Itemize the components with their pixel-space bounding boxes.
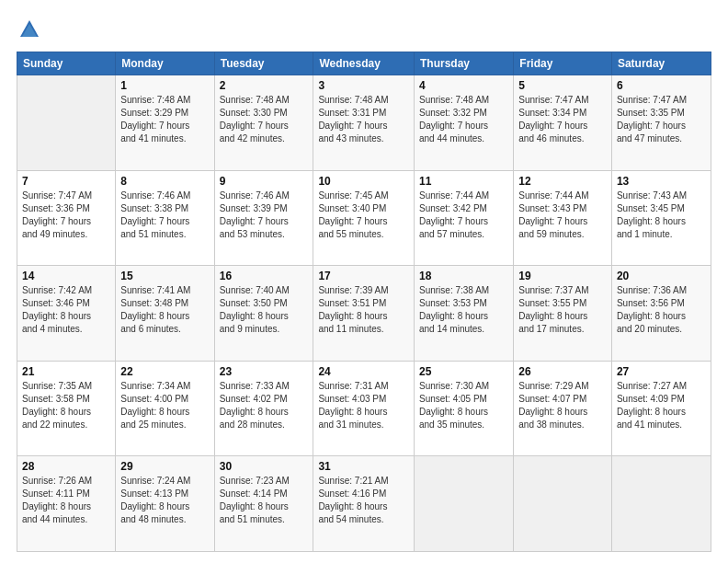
day-info: Sunrise: 7:26 AMSunset: 4:11 PMDaylight:…: [22, 475, 110, 526]
day-info: Sunrise: 7:46 AMSunset: 3:38 PMDaylight:…: [120, 190, 209, 241]
day-info: Sunrise: 7:44 AMSunset: 3:42 PMDaylight:…: [419, 190, 508, 241]
day-number: 18: [419, 270, 508, 282]
day-cell: [414, 456, 513, 552]
day-cell: 12Sunrise: 7:44 AMSunset: 3:43 PMDayligh…: [514, 170, 612, 266]
day-cell: 25Sunrise: 7:30 AMSunset: 4:05 PMDayligh…: [414, 361, 513, 456]
day-number: 16: [220, 270, 309, 282]
day-header-sunday: Sunday: [17, 52, 116, 75]
day-cell: 24Sunrise: 7:31 AMSunset: 4:03 PMDayligh…: [313, 361, 415, 456]
day-number: 1: [120, 79, 209, 92]
day-info: Sunrise: 7:38 AMSunset: 3:53 PMDaylight:…: [419, 284, 508, 336]
day-number: 20: [617, 270, 706, 282]
day-cell: 19Sunrise: 7:37 AMSunset: 3:55 PMDayligh…: [514, 266, 612, 362]
day-info: Sunrise: 7:45 AMSunset: 3:40 PMDaylight:…: [318, 190, 409, 241]
week-row-2: 14Sunrise: 7:42 AMSunset: 3:46 PMDayligh…: [17, 266, 711, 362]
day-info: Sunrise: 7:48 AMSunset: 3:32 PMDaylight:…: [419, 94, 508, 145]
week-row-3: 21Sunrise: 7:35 AMSunset: 3:58 PMDayligh…: [17, 361, 711, 456]
day-header-friday: Friday: [514, 52, 612, 75]
day-info: Sunrise: 7:48 AMSunset: 3:29 PMDaylight:…: [120, 94, 209, 145]
day-number: 21: [22, 365, 110, 378]
day-info: Sunrise: 7:41 AMSunset: 3:48 PMDaylight:…: [120, 284, 209, 336]
day-cell: 7Sunrise: 7:47 AMSunset: 3:36 PMDaylight…: [17, 170, 116, 266]
day-number: 10: [318, 175, 409, 188]
day-number: 19: [518, 270, 607, 282]
day-info: Sunrise: 7:37 AMSunset: 3:55 PMDaylight:…: [518, 284, 607, 336]
day-number: 7: [22, 175, 110, 188]
day-cell: 31Sunrise: 7:21 AMSunset: 4:16 PMDayligh…: [313, 456, 415, 552]
day-number: 13: [617, 175, 706, 188]
day-info: Sunrise: 7:42 AMSunset: 3:46 PMDaylight:…: [22, 284, 110, 336]
day-number: 6: [617, 79, 706, 92]
day-info: Sunrise: 7:33 AMSunset: 4:02 PMDaylight:…: [220, 380, 309, 431]
header-row: SundayMondayTuesdayWednesdayThursdayFrid…: [17, 52, 711, 75]
day-cell: [17, 75, 116, 171]
day-cell: 6Sunrise: 7:47 AMSunset: 3:35 PMDaylight…: [611, 75, 711, 171]
day-info: Sunrise: 7:36 AMSunset: 3:56 PMDaylight:…: [617, 284, 706, 336]
day-info: Sunrise: 7:44 AMSunset: 3:43 PMDaylight:…: [518, 190, 607, 241]
day-cell: 27Sunrise: 7:27 AMSunset: 4:09 PMDayligh…: [611, 361, 711, 456]
day-info: Sunrise: 7:27 AMSunset: 4:09 PMDaylight:…: [617, 380, 706, 431]
day-info: Sunrise: 7:29 AMSunset: 4:07 PMDaylight:…: [518, 380, 607, 431]
day-header-monday: Monday: [116, 52, 214, 75]
day-number: 25: [419, 365, 508, 378]
day-cell: 15Sunrise: 7:41 AMSunset: 3:48 PMDayligh…: [116, 266, 214, 362]
day-info: Sunrise: 7:35 AMSunset: 3:58 PMDaylight:…: [22, 380, 110, 431]
day-cell: 28Sunrise: 7:26 AMSunset: 4:11 PMDayligh…: [17, 456, 116, 552]
day-cell: 4Sunrise: 7:48 AMSunset: 3:32 PMDaylight…: [414, 75, 513, 171]
calendar-body: 1Sunrise: 7:48 AMSunset: 3:29 PMDaylight…: [17, 75, 711, 552]
day-info: Sunrise: 7:39 AMSunset: 3:51 PMDaylight:…: [318, 284, 409, 336]
day-info: Sunrise: 7:47 AMSunset: 3:36 PMDaylight:…: [22, 190, 110, 241]
day-header-tuesday: Tuesday: [214, 52, 313, 75]
logo-icon: [17, 17, 42, 42]
day-number: 5: [518, 79, 607, 92]
day-cell: 13Sunrise: 7:43 AMSunset: 3:45 PMDayligh…: [611, 170, 711, 266]
day-cell: 29Sunrise: 7:24 AMSunset: 4:13 PMDayligh…: [116, 456, 214, 552]
day-cell: 18Sunrise: 7:38 AMSunset: 3:53 PMDayligh…: [414, 266, 513, 362]
day-cell: 17Sunrise: 7:39 AMSunset: 3:51 PMDayligh…: [313, 266, 415, 362]
day-cell: 10Sunrise: 7:45 AMSunset: 3:40 PMDayligh…: [313, 170, 415, 266]
day-cell: 21Sunrise: 7:35 AMSunset: 3:58 PMDayligh…: [17, 361, 116, 456]
day-number: 17: [318, 270, 409, 282]
day-number: 3: [318, 79, 409, 92]
day-number: 2: [220, 79, 309, 92]
calendar: SundayMondayTuesdayWednesdayThursdayFrid…: [17, 52, 711, 552]
day-info: Sunrise: 7:31 AMSunset: 4:03 PMDaylight:…: [318, 380, 409, 431]
day-cell: 5Sunrise: 7:47 AMSunset: 3:34 PMDaylight…: [514, 75, 612, 171]
day-info: Sunrise: 7:34 AMSunset: 4:00 PMDaylight:…: [120, 380, 209, 431]
day-cell: [514, 456, 612, 552]
day-header-saturday: Saturday: [611, 52, 711, 75]
day-info: Sunrise: 7:43 AMSunset: 3:45 PMDaylight:…: [617, 190, 706, 241]
day-number: 26: [518, 365, 607, 378]
day-number: 14: [22, 270, 110, 282]
day-cell: 8Sunrise: 7:46 AMSunset: 3:38 PMDaylight…: [116, 170, 214, 266]
day-cell: 22Sunrise: 7:34 AMSunset: 4:00 PMDayligh…: [116, 361, 214, 456]
day-number: 8: [120, 175, 209, 188]
day-number: 24: [318, 365, 409, 378]
day-number: 28: [22, 460, 110, 473]
day-info: Sunrise: 7:24 AMSunset: 4:13 PMDaylight:…: [120, 475, 209, 526]
day-number: 15: [120, 270, 209, 282]
day-cell: 16Sunrise: 7:40 AMSunset: 3:50 PMDayligh…: [214, 266, 313, 362]
day-number: 23: [220, 365, 309, 378]
day-cell: 20Sunrise: 7:36 AMSunset: 3:56 PMDayligh…: [611, 266, 711, 362]
day-info: Sunrise: 7:46 AMSunset: 3:39 PMDaylight:…: [220, 190, 309, 241]
day-cell: 9Sunrise: 7:46 AMSunset: 3:39 PMDaylight…: [214, 170, 313, 266]
week-row-1: 7Sunrise: 7:47 AMSunset: 3:36 PMDaylight…: [17, 170, 711, 266]
day-info: Sunrise: 7:47 AMSunset: 3:34 PMDaylight:…: [518, 94, 607, 145]
day-header-thursday: Thursday: [414, 52, 513, 75]
day-cell: [611, 456, 711, 552]
day-number: 22: [120, 365, 209, 378]
day-info: Sunrise: 7:40 AMSunset: 3:50 PMDaylight:…: [220, 284, 309, 336]
week-row-0: 1Sunrise: 7:48 AMSunset: 3:29 PMDaylight…: [17, 75, 711, 171]
day-number: 31: [318, 460, 409, 473]
day-number: 29: [120, 460, 209, 473]
day-cell: 26Sunrise: 7:29 AMSunset: 4:07 PMDayligh…: [514, 361, 612, 456]
week-row-4: 28Sunrise: 7:26 AMSunset: 4:11 PMDayligh…: [17, 456, 711, 552]
day-number: 11: [419, 175, 508, 188]
day-cell: 30Sunrise: 7:23 AMSunset: 4:14 PMDayligh…: [214, 456, 313, 552]
logo: [17, 17, 46, 42]
day-cell: 11Sunrise: 7:44 AMSunset: 3:42 PMDayligh…: [414, 170, 513, 266]
day-info: Sunrise: 7:48 AMSunset: 3:30 PMDaylight:…: [220, 94, 309, 145]
day-number: 9: [220, 175, 309, 188]
day-cell: 23Sunrise: 7:33 AMSunset: 4:02 PMDayligh…: [214, 361, 313, 456]
